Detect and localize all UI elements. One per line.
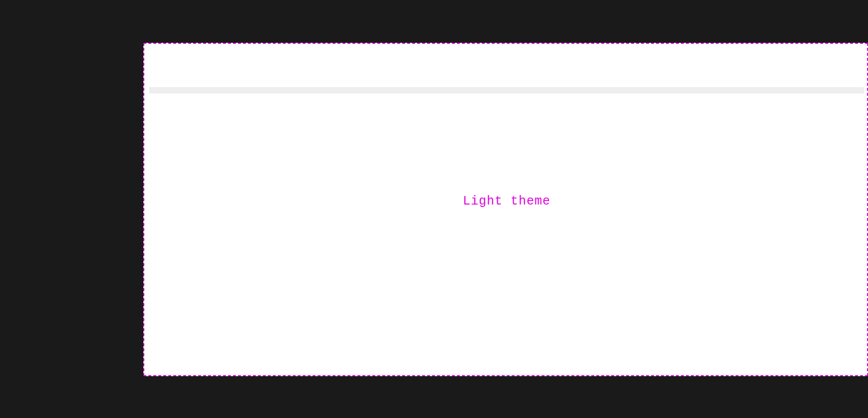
theme-label: Light theme bbox=[463, 194, 550, 209]
separator-bar bbox=[149, 87, 864, 94]
content-panel: Light theme bbox=[149, 94, 864, 369]
theme-preview-frame: Light theme bbox=[143, 43, 868, 376]
